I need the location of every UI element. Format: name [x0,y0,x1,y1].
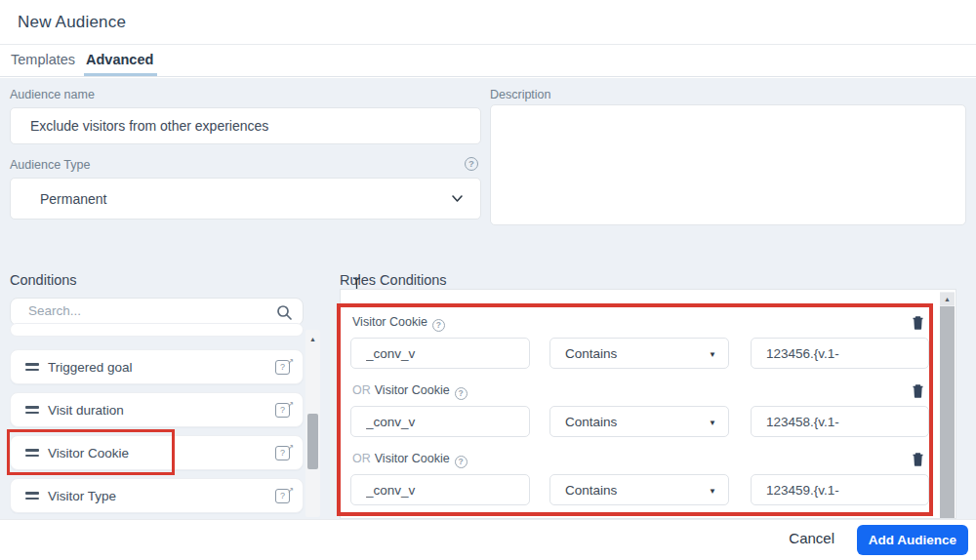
scroll-up-arrow-icon[interactable]: ▲ [940,293,955,305]
rules-scrollbar-thumb[interactable] [940,306,955,518]
dialog-header: New Audience [0,0,976,45]
operator-value: Contains [565,346,617,361]
rule-cookie-name-input[interactable] [350,338,530,369]
tab-templates[interactable]: Templates [11,52,75,75]
condition-item-visitor-type[interactable]: Visitor Type ?↗ [10,478,304,513]
condition-label: Visitor Type [48,489,116,503]
tab-bar: Templates Advanced [0,46,976,77]
delete-rule-button[interactable] [911,452,924,467]
rule-cookie-value-input[interactable] [751,406,929,437]
rule-row-label: ORVisitor Cookie? [352,452,468,468]
cancel-button[interactable]: Cancel [789,530,834,546]
conditions-heading: Conditions [10,272,77,288]
rule-cookie-name-input[interactable] [350,406,530,437]
condition-item-triggered-goal[interactable]: Triggered goal ?↗ [10,349,304,384]
rule-operator-select[interactable]: Contains ▼ [549,338,729,369]
help-external-icon[interactable]: ?↗ [275,446,290,460]
audience-name-label: Audience name [10,88,95,101]
rule-cookie-value-input[interactable] [751,474,929,505]
scroll-up-arrow-icon[interactable]: ▲ [305,334,320,345]
drag-handle-icon[interactable] [25,406,39,415]
help-external-icon[interactable]: ?↗ [275,403,290,418]
audience-type-label: Audience Type [10,158,90,172]
audience-type-select[interactable]: Permanent [10,178,481,220]
audience-name-input[interactable] [10,107,481,144]
rules-panel: Visitor Cookie? Contains ▼ ORVisitor Coo… [340,289,956,519]
tab-advanced[interactable]: Advanced [86,52,153,75]
dropdown-arrow-icon: ▼ [709,487,716,496]
audience-type-value: Permanent [40,191,106,207]
description-input[interactable] [490,104,966,225]
rule-row-label: Visitor Cookie? [352,315,445,332]
help-external-icon[interactable]: ?↗ [275,360,290,375]
help-icon[interactable]: ? [455,387,468,400]
operator-value: Contains [565,483,617,498]
condition-item-visit-duration[interactable]: Visit duration ?↗ [10,392,304,427]
add-audience-button[interactable]: Add Audience [857,525,968,555]
help-icon[interactable]: ? [455,456,468,468]
delete-rule-button[interactable] [911,383,924,399]
dropdown-arrow-icon: ▼ [709,419,716,427]
drag-handle-icon[interactable] [25,449,39,458]
help-icon[interactable]: ? [432,319,445,332]
help-external-icon[interactable]: ?↗ [275,489,290,503]
condition-label: Triggered goal [48,360,133,375]
drag-handle-icon[interactable] [25,363,39,372]
drag-handle-icon[interactable] [25,492,39,500]
operator-value: Contains [565,415,617,429]
rule-operator-select[interactable]: Contains ▼ [549,474,729,505]
rule-cookie-value-input[interactable] [751,338,929,369]
conditions-scrollbar-thumb[interactable] [307,414,318,469]
dialog-footer: Cancel Add Audience [0,519,976,560]
condition-label: Visitor Cookie [48,446,129,460]
description-label: Description [490,88,551,101]
search-icon[interactable] [276,304,293,325]
dropdown-arrow-icon: ▼ [709,350,716,359]
rules-conditions-heading: Rules Conditions [340,272,447,288]
rule-cookie-name-input[interactable] [350,474,530,505]
delete-rule-button[interactable] [911,315,924,331]
audience-type-help-icon[interactable]: ? [465,157,478,171]
page-title: New Audience [18,13,126,32]
conditions-search-box [10,298,304,326]
condition-label: Visit duration [48,403,124,418]
condition-item-partial [10,323,304,337]
rule-row-label: ORVisitor Cookie? [352,383,468,400]
search-input[interactable] [28,303,253,318]
new-audience-dialog: New Audience Templates Advanced Audience… [0,0,976,560]
chevron-down-icon [451,192,463,204]
condition-item-visitor-cookie[interactable]: Visitor Cookie ?↗ [10,435,304,470]
rule-operator-select[interactable]: Contains ▼ [549,406,729,437]
